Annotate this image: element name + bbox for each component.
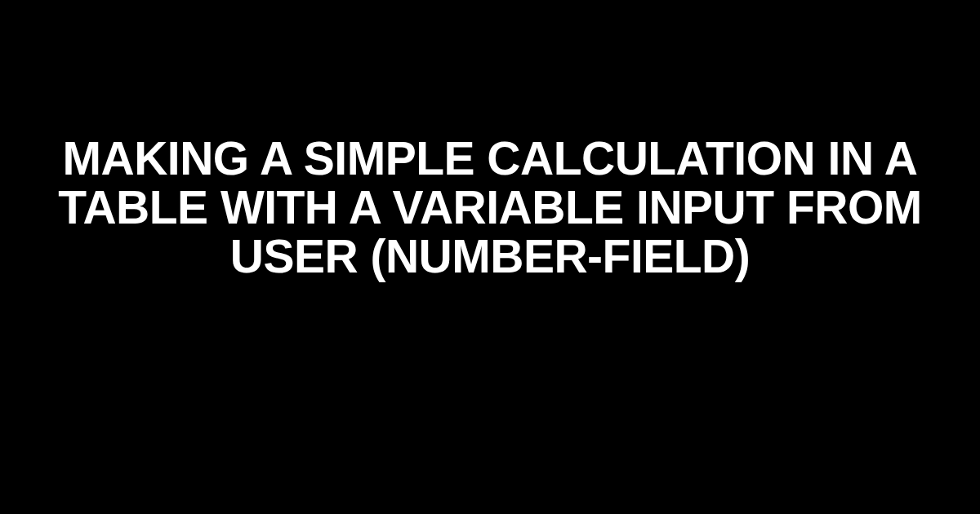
page-title: Making a Simple Calculation in a Table w… — [41, 135, 939, 281]
